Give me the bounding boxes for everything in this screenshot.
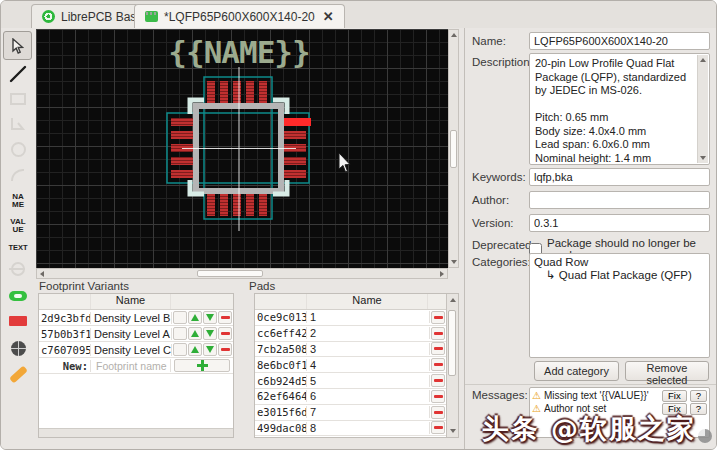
add-variant-button[interactable] — [174, 359, 230, 372]
variant-move-up-button[interactable] — [188, 343, 202, 356]
scroll-down-icon[interactable] — [450, 429, 456, 433]
author-input[interactable] — [529, 191, 710, 209]
add-text-tool-button[interactable]: TEXT — [6, 241, 30, 255]
draw-rect-tool-button[interactable] — [6, 92, 30, 106]
help-button[interactable]: ? — [690, 390, 707, 402]
origin-crosshair — [182, 67, 296, 231]
variant-edit-button[interactable] — [173, 327, 187, 340]
variant-move-down-button[interactable] — [203, 327, 217, 340]
name-placeholder-text: {{NAME}} — [168, 34, 309, 70]
pad-row[interactable]: 499dac08 8 — [255, 421, 446, 437]
variant-move-up-button[interactable] — [188, 327, 202, 340]
add-category-button[interactable]: Add category — [534, 361, 619, 381]
author-label: Author: — [472, 194, 509, 206]
draw-line-tool-button[interactable] — [6, 64, 30, 84]
draw-circle-tool-button[interactable] — [6, 141, 30, 157]
add-text-label: TEXT — [6, 244, 30, 252]
add-name-tool-button[interactable]: NAME — [6, 191, 30, 211]
up-arrow-icon — [191, 330, 199, 337]
variant-row[interactable]: 57b0b3f1 Density Level A (... — [39, 326, 233, 342]
add-name-label: NAME — [10, 193, 27, 209]
fix-button[interactable]: Fix — [662, 390, 687, 402]
pad-remove-button[interactable] — [431, 406, 445, 419]
hscroll-thumb[interactable] — [197, 270, 263, 277]
pad-remove-button[interactable] — [431, 374, 445, 387]
pad-row[interactable]: c6b924d5 5 — [255, 373, 446, 389]
close-tab-icon[interactable]: ✕ — [323, 9, 334, 24]
footprint-canvas[interactable]: {{NAME}} — [36, 29, 448, 268]
scroll-up-icon[interactable] — [451, 33, 457, 37]
pads-bottom — [207, 194, 267, 216]
selected-pad[interactable] — [282, 118, 311, 126]
variant-move-down-button[interactable] — [203, 311, 217, 324]
pad-remove-button[interactable] — [431, 327, 445, 340]
version-input[interactable] — [529, 214, 710, 232]
remove-selected-button[interactable]: Remove selected — [625, 361, 709, 381]
pads-scroll-thumb[interactable] — [448, 310, 456, 376]
message-row[interactable]: ⚠ Missing text '{{VALUE}}' Fix ? — [532, 389, 707, 402]
pad-name: 8 — [307, 422, 430, 434]
pad-remove-button[interactable] — [431, 358, 445, 371]
footprint-variants-table: Name 2d9c3bfd Density Level B (... 57b0b… — [38, 293, 234, 438]
scroll-up-icon[interactable] — [450, 298, 456, 302]
minus-icon — [434, 379, 443, 382]
description-textarea[interactable]: 20-pin Low Profile Quad Flat Package (LQ… — [530, 54, 709, 164]
description-scrollbar[interactable] — [697, 55, 708, 163]
variant-remove-button[interactable] — [218, 311, 232, 324]
minus-icon — [434, 426, 443, 429]
pad-remove-button[interactable] — [431, 390, 445, 403]
pads-table-scrollbar[interactable] — [446, 294, 458, 437]
scroll-left-icon[interactable] — [40, 271, 44, 277]
variant-remove-button[interactable] — [218, 343, 232, 356]
variant-name: Density Level C (... — [91, 344, 172, 356]
category-item-root[interactable]: Quad Row — [534, 256, 705, 268]
scroll-right-icon[interactable] — [440, 271, 444, 277]
mouse-cursor-icon — [339, 153, 350, 172]
add-hole-outline-tool-button[interactable] — [6, 261, 30, 277]
add-tht-pad-tool-button[interactable] — [6, 290, 30, 302]
pad-row[interactable]: 7cb2a508 3 — [255, 342, 446, 358]
pad-remove-button[interactable] — [431, 342, 445, 355]
variant-id: 57b0b3f1 — [39, 328, 91, 340]
tab-package-lqfp[interactable]: *LQFP65P600X600X140-20 ✕ — [134, 4, 345, 28]
pad-id: 0ce9c013 — [255, 311, 307, 323]
pad-row[interactable]: e3015f6d 7 — [255, 405, 446, 421]
variant-remove-button[interactable] — [218, 327, 232, 340]
canvas-vertical-scrollbar[interactable] — [448, 29, 459, 268]
scroll-up-icon[interactable] — [700, 58, 706, 62]
variant-edit-button[interactable] — [173, 343, 187, 356]
pad-id: cc6eff42 — [255, 327, 307, 339]
pad-remove-button[interactable] — [431, 421, 445, 434]
variant-move-up-button[interactable] — [188, 311, 202, 324]
variant-row[interactable]: 2d9c3bfd Density Level B (... — [39, 310, 233, 326]
pad-row[interactable]: cc6eff42 2 — [255, 326, 446, 342]
pad-id: c6b924d5 — [255, 375, 307, 387]
add-value-tool-button[interactable]: VALUE — [6, 216, 30, 236]
category-item-child[interactable]: ↳ Quad Flat Package (QFP) — [534, 268, 705, 282]
name-input[interactable] — [529, 32, 710, 50]
keywords-input[interactable] — [529, 168, 710, 186]
pad-remove-button[interactable] — [431, 311, 445, 324]
variant-move-down-button[interactable] — [203, 343, 217, 356]
variant-row[interactable]: c7607095 Density Level C (... — [39, 342, 233, 358]
pad-row[interactable]: 62ef6464 6 — [255, 389, 446, 405]
pad-row[interactable]: 8e6bc0f1 4 — [255, 357, 446, 373]
canvas-horizontal-scrollbar[interactable] — [36, 268, 448, 279]
scroll-down-icon[interactable] — [700, 156, 706, 160]
select-tool-button[interactable] — [3, 31, 32, 60]
minus-icon — [434, 347, 443, 350]
add-hole-tool-button[interactable] — [6, 340, 30, 356]
draw-polygon-tool-button[interactable] — [6, 114, 30, 134]
minus-icon — [221, 316, 230, 319]
description-label: Description: — [472, 56, 533, 68]
measure-tool-button[interactable] — [6, 366, 30, 382]
scroll-down-icon[interactable] — [451, 260, 457, 264]
draw-arc-tool-button[interactable] — [6, 166, 30, 184]
categories-list[interactable]: Quad Row ↳ Quad Flat Package (QFP) — [529, 253, 710, 358]
variant-edit-button[interactable] — [173, 311, 187, 324]
pad-row[interactable]: 0ce9c013 1 — [255, 310, 446, 326]
new-variant-input[interactable] — [94, 359, 171, 372]
add-smd-pad-tool-button[interactable] — [6, 315, 30, 327]
vscroll-thumb[interactable] — [450, 130, 457, 168]
variants-table-scrollbar[interactable] — [39, 428, 233, 437]
